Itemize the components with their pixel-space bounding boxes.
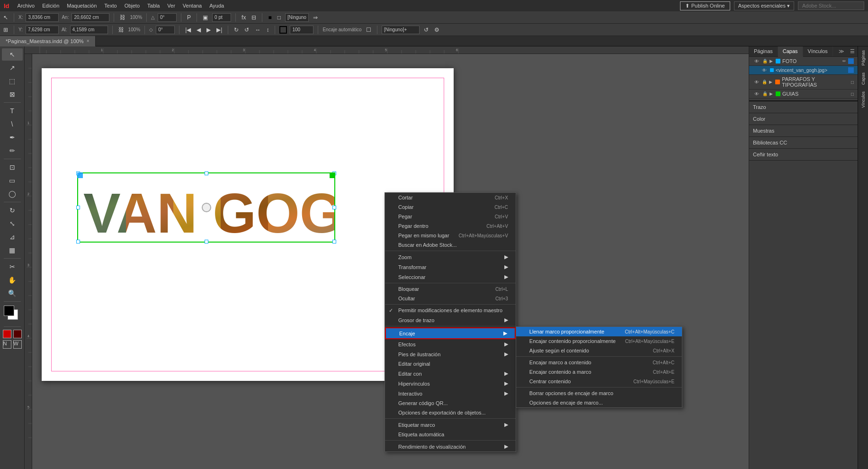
handle-ml[interactable] bbox=[76, 206, 80, 209]
menu-ventana[interactable]: Ventana bbox=[179, 2, 205, 9]
ctx-buscar-stock[interactable]: Buscar en Adobe Stock... bbox=[385, 240, 516, 250]
publish-online-button[interactable]: ⬆ Publish Online bbox=[680, 1, 730, 10]
ctx-grosor[interactable]: Grosor de trazo ▶ bbox=[385, 315, 516, 325]
auto-fit-check[interactable]: ☐ bbox=[365, 27, 373, 33]
layer-guias[interactable]: 👁 🔒 ▶ GUIAS □ bbox=[749, 90, 858, 99]
nav-start-icon[interactable]: |◀ bbox=[184, 27, 192, 33]
hand-tool[interactable]: ✋ bbox=[2, 274, 23, 286]
ctx-pies[interactable]: Pies de ilustración ▶ bbox=[385, 349, 516, 359]
none-dropdown[interactable] bbox=[382, 26, 420, 34]
ellipse-tool[interactable]: ◯ bbox=[2, 188, 23, 200]
angle-input1[interactable] bbox=[158, 13, 177, 22]
transform-icon[interactable]: P bbox=[186, 14, 192, 21]
w-input[interactable] bbox=[72, 13, 109, 22]
selection-tool-icon[interactable]: ↖ bbox=[2, 14, 9, 21]
chain-icon[interactable]: ⛓ bbox=[118, 14, 127, 21]
layer-vvg[interactable]: 👁 <vincent_van_gogh.jpg> bbox=[749, 66, 858, 75]
ctx-copiar[interactable]: Copiar Ctrl+C bbox=[385, 202, 516, 212]
ctx-opciones-exportacion[interactable]: Opciones de exportación de objetos... bbox=[385, 408, 516, 417]
rect-tool[interactable]: ▭ bbox=[2, 174, 23, 187]
h-input[interactable] bbox=[70, 26, 108, 34]
center-handle[interactable] bbox=[202, 203, 211, 212]
menu-texto[interactable]: Texto bbox=[101, 2, 120, 9]
scissors-tool[interactable]: ✂ bbox=[2, 261, 23, 273]
sub-llenar-marco[interactable]: Llenar marco proporcionalmente Ctrl+Alt+… bbox=[516, 327, 682, 336]
panel-menu-icon[interactable]: ☰ bbox=[847, 46, 858, 56]
tab-vinculos[interactable]: Vínculos bbox=[803, 46, 833, 56]
line-tool[interactable]: \ bbox=[2, 118, 23, 130]
gap-tool[interactable]: ⊠ bbox=[2, 88, 23, 100]
ctx-pegar-lugar[interactable]: Pegar en mismo lugar Ctrl+Alt+Mayúsculas… bbox=[385, 231, 516, 240]
fg-color-swatch[interactable] bbox=[4, 306, 14, 316]
side-paginas-icon[interactable]: Páginas bbox=[861, 48, 866, 68]
layer-parrafos[interactable]: 👁 🔒 ▶ PARRAFOS Y TIPOGRAFÍAS □ bbox=[749, 75, 858, 90]
panel-cenir[interactable]: Ceñir texto bbox=[749, 149, 858, 161]
stroke-none-input[interactable] bbox=[285, 13, 309, 22]
ctx-cortar[interactable]: Cortar Ctrl+X bbox=[385, 193, 516, 202]
chain2-icon[interactable]: ⛓ bbox=[117, 27, 125, 33]
align-right-icon[interactable]: ⇒ bbox=[312, 14, 319, 21]
bleed-mode-btn[interactable] bbox=[13, 330, 22, 338]
vg-text-frame[interactable]: VAN GOG bbox=[77, 172, 335, 243]
menu-archivo[interactable]: Archivo bbox=[14, 2, 38, 9]
side-capas-icon[interactable]: Capas bbox=[861, 71, 866, 87]
handle-br[interactable] bbox=[332, 240, 336, 244]
menu-edicion[interactable]: Edición bbox=[39, 2, 63, 9]
sub-encajar-marco-cont[interactable]: Encajar marco a contenido Ctrl+Alt+C bbox=[516, 358, 682, 367]
shear-tool[interactable]: ⊿ bbox=[2, 231, 23, 243]
ctx-bloquear[interactable]: Bloquear Ctrl+L bbox=[385, 284, 516, 294]
ctx-qr[interactable]: Generar código QR... bbox=[385, 398, 516, 408]
align-icon[interactable]: ⊟ bbox=[250, 14, 258, 21]
ctx-encaje[interactable]: Encaje ▶ bbox=[385, 327, 516, 339]
flip-v-icon[interactable]: ↕ bbox=[265, 27, 270, 33]
text-tool[interactable]: T bbox=[2, 105, 23, 117]
fx-icon[interactable]: fx bbox=[240, 14, 247, 21]
layer-parrafos-eye[interactable]: 👁 bbox=[753, 80, 760, 85]
sub-ajuste-contenido[interactable]: Ajuste según el contenido Ctrl+Alt+X bbox=[516, 346, 682, 355]
ctx-rendimiento[interactable]: Rendimiento de visualización ▶ bbox=[385, 442, 516, 451]
menu-objeto[interactable]: Objeto bbox=[121, 2, 143, 9]
side-vinculos-icon[interactable]: Vínculos bbox=[861, 90, 866, 110]
settings-icon[interactable]: ⚙ bbox=[433, 27, 441, 33]
rotate-tool[interactable]: ↻ bbox=[2, 204, 23, 216]
layer-foto[interactable]: 👁 🔒 ▶ FOTO ✏ bbox=[749, 57, 858, 66]
direct-select-tool[interactable]: ↗ bbox=[2, 62, 23, 74]
workspace-dropdown[interactable]: Aspectos esenciales ▾ bbox=[734, 1, 794, 10]
select-tool[interactable]: ↖ bbox=[2, 48, 23, 61]
menu-ayuda[interactable]: Ayuda bbox=[206, 2, 227, 9]
pencil-tool[interactable]: ✏ bbox=[2, 144, 23, 157]
nav-next-icon[interactable]: ▶ bbox=[205, 27, 212, 33]
ctx-permitir-mod[interactable]: ✓ Permitir modificaciones de elemento ma… bbox=[385, 306, 516, 315]
rect-frame-tool[interactable]: ⊡ bbox=[2, 161, 23, 173]
nav-prev-icon[interactable]: ◀ bbox=[195, 27, 202, 33]
frame-mode-btn2[interactable]: W bbox=[13, 340, 22, 349]
panel-bibliotecas[interactable]: Bibliotecas CC bbox=[749, 137, 858, 149]
ctx-etiquetar[interactable]: Etiquetar marco ▶ bbox=[385, 420, 516, 430]
panel-muestras[interactable]: Muestras bbox=[749, 125, 858, 137]
y-input[interactable] bbox=[26, 26, 59, 34]
nav-end-icon[interactable]: ▶| bbox=[215, 27, 224, 33]
tab-capas[interactable]: Capas bbox=[778, 46, 803, 57]
panel-expand-icon[interactable]: ≫ bbox=[836, 46, 847, 56]
preview-mode-btn[interactable] bbox=[3, 330, 11, 338]
handle-bm[interactable] bbox=[205, 240, 208, 244]
zoom-tool[interactable]: 🔍 bbox=[2, 287, 23, 299]
sub-encajar-cont-marco[interactable]: Encajar contenido a marco Ctrl+Alt+E bbox=[516, 367, 682, 377]
layer-guias-expand[interactable]: ▶ bbox=[770, 91, 773, 96]
pen-tool[interactable]: ✒ bbox=[2, 131, 23, 144]
ctx-zoom[interactable]: Zoom ▶ bbox=[385, 252, 516, 262]
ctx-ocultar[interactable]: Ocultar Ctrl+3 bbox=[385, 294, 516, 303]
menu-ver[interactable]: Ver bbox=[164, 2, 179, 9]
ref-point-icon[interactable]: ⊞ bbox=[2, 27, 9, 33]
handle-tm[interactable] bbox=[205, 171, 208, 175]
ctx-efectos[interactable]: Efectos ▶ bbox=[385, 339, 516, 349]
normal-mode-btn[interactable]: N bbox=[3, 340, 11, 349]
rotate-cw-icon[interactable]: ↻ bbox=[233, 27, 240, 33]
scale-tool[interactable]: ⤡ bbox=[2, 217, 23, 230]
reset-icon[interactable]: ↺ bbox=[422, 27, 430, 33]
layer-foto-expand[interactable]: ▶ bbox=[770, 59, 773, 63]
shear-input[interactable] bbox=[156, 26, 175, 34]
ctx-editar-orig[interactable]: Editar original bbox=[385, 359, 516, 369]
flip-h-icon[interactable]: ↔ bbox=[253, 27, 262, 33]
color-swatch-bg[interactable]: □ bbox=[276, 14, 282, 21]
